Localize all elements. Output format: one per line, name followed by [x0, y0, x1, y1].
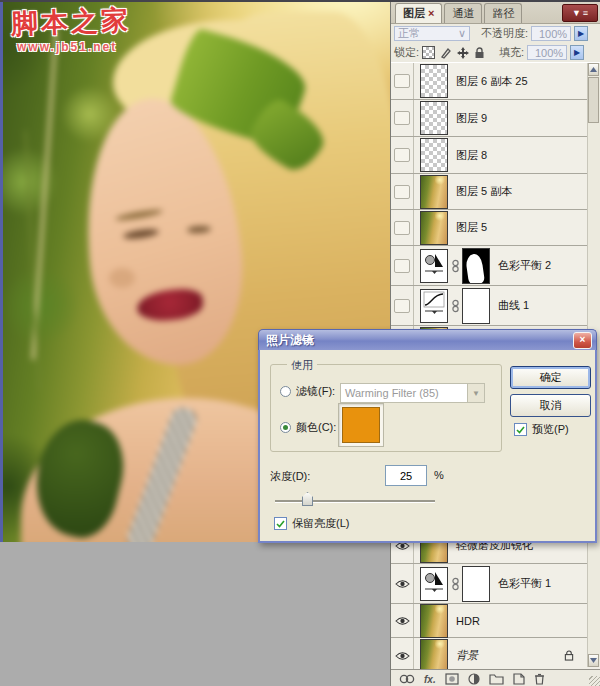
- new-layer-icon[interactable]: [513, 673, 525, 685]
- blend-mode-select[interactable]: 正常 ∨: [394, 26, 470, 41]
- visibility-toggle[interactable]: [391, 286, 414, 325]
- layer-mask-thumbnail[interactable]: [462, 566, 490, 602]
- opacity-spinner-button[interactable]: ▶: [574, 26, 588, 41]
- density-slider-thumb[interactable]: [302, 492, 313, 506]
- visibility-toggle[interactable]: [391, 63, 414, 99]
- opacity-field[interactable]: 100%: [531, 26, 571, 41]
- tab-channels[interactable]: 通道: [444, 3, 482, 23]
- lock-label: 锁定:: [394, 45, 419, 60]
- layer-name: 曲线 1: [498, 298, 529, 313]
- curves-layer-icon[interactable]: [420, 289, 448, 323]
- filter-select[interactable]: Warming Filter (85) ▼: [340, 383, 485, 403]
- cancel-button[interactable]: 取消: [510, 394, 591, 417]
- layer-thumbnail[interactable]: [420, 138, 448, 172]
- visibility-toggle[interactable]: [391, 174, 414, 209]
- layer-row[interactable]: 图层 5: [391, 210, 600, 246]
- mask-link-icon: [450, 577, 460, 591]
- lock-move-icon[interactable]: [456, 46, 469, 59]
- layer-name: 图层 9: [456, 111, 487, 126]
- layer-thumbnail[interactable]: [420, 175, 448, 209]
- layer-row[interactable]: 色彩平衡 2: [391, 246, 600, 286]
- tab-layers-label: 图层: [403, 7, 425, 19]
- color-radio[interactable]: [280, 422, 291, 433]
- preserve-luminosity-checkbox[interactable]: [274, 517, 287, 530]
- visibility-empty-box: [394, 299, 410, 313]
- layer-name: 图层 5: [456, 220, 487, 235]
- layer-lock-icon: [564, 647, 574, 665]
- lock-paint-icon[interactable]: [439, 46, 452, 59]
- visibility-toggle[interactable]: [391, 100, 414, 136]
- ok-button[interactable]: 确定: [510, 366, 591, 389]
- adjustment-layer-icon[interactable]: [420, 249, 448, 283]
- adjustment-layer-icon[interactable]: [420, 567, 448, 601]
- layer-row[interactable]: HDR: [391, 604, 600, 638]
- layer-row[interactable]: 曲线 1: [391, 286, 600, 326]
- scrollbar-thumb[interactable]: [588, 77, 599, 123]
- layer-row[interactable]: 图层 6 副本 25: [391, 63, 600, 100]
- workspace-background: [0, 542, 390, 686]
- scroll-down-button[interactable]: [588, 654, 599, 667]
- mask-link-icon: [450, 299, 460, 313]
- layer-row[interactable]: 图层 9: [391, 100, 600, 137]
- chevron-down-icon: ∨: [458, 27, 466, 40]
- filter-radio[interactable]: [280, 386, 291, 397]
- checkmark-icon: [516, 426, 525, 434]
- fill-field[interactable]: 100%: [527, 45, 567, 60]
- layer-thumbnail[interactable]: [420, 639, 448, 673]
- eye-icon: [395, 579, 410, 589]
- link-layers-icon[interactable]: [399, 674, 415, 684]
- ok-label: 确定: [540, 370, 562, 385]
- visibility-empty-box: [394, 148, 410, 162]
- fill-spinner-button[interactable]: ▶: [570, 45, 584, 60]
- panel-tabbar: 图层× 通道 路径 ▼≡: [391, 2, 600, 24]
- layer-thumbnail[interactable]: [420, 211, 448, 245]
- dialog-titlebar[interactable]: 照片滤镜 ×: [258, 329, 597, 350]
- color-radio-row: 颜色(C):: [280, 420, 336, 435]
- panel-resize-grip[interactable]: [589, 676, 600, 686]
- panel-menu-button[interactable]: ▼≡: [562, 4, 598, 22]
- lock-all-icon[interactable]: [473, 46, 486, 59]
- preview-row: 预览(P): [514, 422, 569, 437]
- preserve-luminosity-label: 保留亮度(L): [292, 516, 349, 531]
- color-swatch-well: [338, 403, 384, 447]
- visibility-toggle[interactable]: [391, 137, 414, 173]
- close-button[interactable]: ×: [573, 332, 592, 349]
- layer-row[interactable]: 色彩平衡 1: [391, 564, 600, 604]
- density-input[interactable]: [385, 465, 427, 486]
- delete-layer-icon[interactable]: [534, 673, 545, 685]
- layer-name: HDR: [456, 615, 480, 627]
- layer-row[interactable]: 图层 8: [391, 137, 600, 174]
- layer-mask-thumbnail[interactable]: [462, 288, 490, 324]
- use-groupbox: 使用: [270, 364, 502, 452]
- color-swatch[interactable]: [342, 407, 380, 443]
- layer-mask-thumbnail[interactable]: [462, 248, 490, 284]
- arrow-up-icon: [590, 67, 597, 72]
- watermark-title: 脚本之家: [10, 2, 131, 42]
- tab-close-icon[interactable]: ×: [428, 7, 434, 19]
- visibility-empty-box: [394, 185, 410, 199]
- visibility-toggle[interactable]: [391, 210, 414, 245]
- visibility-toggle[interactable]: [391, 246, 414, 285]
- layer-name: 图层 8: [456, 148, 487, 163]
- new-adjustment-layer-icon[interactable]: [468, 673, 480, 685]
- scroll-up-button[interactable]: [588, 63, 599, 76]
- color-radio-label: 颜色(C):: [296, 420, 336, 435]
- layer-style-icon[interactable]: fx.: [424, 674, 436, 685]
- new-group-icon[interactable]: [489, 674, 504, 685]
- tab-paths[interactable]: 路径: [484, 3, 522, 23]
- tab-layers[interactable]: 图层×: [395, 3, 442, 23]
- preview-checkbox[interactable]: [514, 423, 527, 436]
- layer-name: 色彩平衡 1: [498, 576, 551, 591]
- visibility-empty-box: [394, 221, 410, 235]
- visibility-toggle[interactable]: [391, 564, 414, 603]
- visibility-toggle[interactable]: [391, 638, 414, 673]
- add-layer-mask-icon[interactable]: [445, 673, 459, 685]
- layer-row[interactable]: 图层 5 副本: [391, 174, 600, 210]
- layer-name: 背景: [456, 648, 478, 663]
- lock-transparency-icon[interactable]: [422, 46, 435, 59]
- layer-thumbnail[interactable]: [420, 101, 448, 135]
- visibility-toggle[interactable]: [391, 604, 414, 637]
- layer-thumbnail[interactable]: [420, 604, 448, 638]
- layer-thumbnail[interactable]: [420, 64, 448, 98]
- density-slider-track[interactable]: [275, 500, 435, 503]
